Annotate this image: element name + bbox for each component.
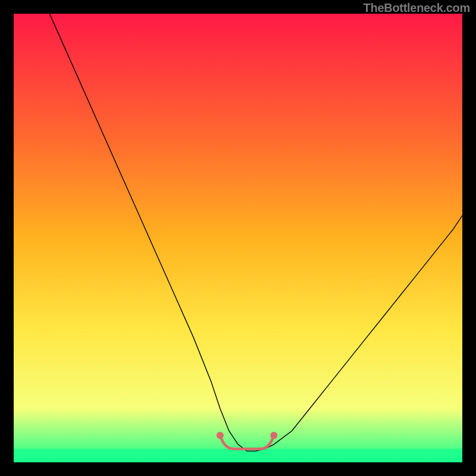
chart-frame: TheBottleneck.com xyxy=(0,0,476,476)
optimal-end-dot xyxy=(270,432,277,439)
optimal-start-dot xyxy=(217,432,224,439)
valley-band xyxy=(14,449,462,462)
bottleneck-chart xyxy=(14,14,462,462)
gradient-background xyxy=(14,14,462,462)
watermark-text: TheBottleneck.com xyxy=(364,1,470,15)
